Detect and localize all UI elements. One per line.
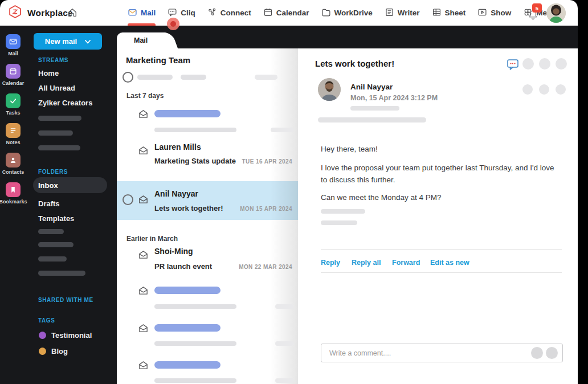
sidebar-item-all-unread[interactable]: All Unread bbox=[38, 84, 75, 92]
mail-app-icon bbox=[6, 34, 21, 49]
rail-label: Tasks bbox=[6, 110, 21, 116]
sidebar-item-inbox[interactable]: Inbox bbox=[33, 177, 107, 193]
comment-bubble-icon[interactable] bbox=[507, 58, 519, 73]
list-title: Marketing Team bbox=[126, 55, 190, 65]
sidebar-item-drafts[interactable]: Drafts bbox=[38, 199, 60, 208]
home-icon[interactable] bbox=[67, 7, 77, 20]
placeholder-bar bbox=[38, 242, 74, 247]
placeholder-bar bbox=[154, 361, 220, 369]
nav-label: Show bbox=[491, 9, 511, 17]
placeholder-bar bbox=[275, 341, 294, 346]
comment-action-button[interactable] bbox=[546, 347, 558, 359]
rail-item-bookmarks[interactable]: Bookmarks bbox=[0, 182, 27, 205]
mail-sender: Lauren Mills bbox=[154, 142, 201, 152]
toolbar-action-button[interactable] bbox=[539, 58, 550, 70]
envelope-icon bbox=[138, 145, 149, 156]
envelope-icon bbox=[138, 360, 149, 371]
envelope-icon bbox=[138, 109, 149, 120]
content-card: Marketing Team Last 7 days Lauren Mills bbox=[117, 48, 578, 384]
rail-label: Calendar bbox=[2, 80, 24, 86]
header-action-button[interactable] bbox=[556, 84, 566, 95]
nav-label: Calendar bbox=[276, 9, 309, 17]
workdrive-icon bbox=[321, 7, 331, 19]
placeholder-bar bbox=[318, 117, 426, 122]
calendar-icon bbox=[263, 7, 273, 19]
placeholder-bar bbox=[321, 209, 365, 214]
nav-label: WorkDrive bbox=[334, 9, 373, 17]
email-body-paragraph: I love the proposal your team put togeth… bbox=[321, 162, 556, 186]
nav-label: Cliq bbox=[181, 9, 195, 17]
toolbar-action-button[interactable] bbox=[556, 58, 567, 70]
app-window: Workplace Mail Cliq Connect bbox=[0, 0, 578, 384]
nav-show[interactable]: Show bbox=[477, 0, 511, 26]
rail-item-notes[interactable]: Notes bbox=[6, 123, 21, 145]
tag-blog[interactable]: Blog bbox=[39, 347, 68, 356]
placeholder-bar bbox=[275, 304, 294, 309]
sender-avatar bbox=[318, 78, 341, 101]
header-action-button[interactable] bbox=[539, 84, 549, 95]
placeholder-bar bbox=[154, 110, 220, 117]
reply-all-link[interactable]: Reply all bbox=[352, 259, 381, 267]
rail-item-mail[interactable]: Mail bbox=[6, 34, 21, 56]
tab-mail[interactable]: Mail bbox=[117, 32, 166, 48]
group-label-last-7-days: Last 7 days bbox=[126, 92, 164, 100]
comment-box bbox=[321, 344, 563, 362]
header-action-button[interactable] bbox=[522, 84, 533, 95]
cliq-icon bbox=[168, 7, 177, 19]
new-mail-label: New mail bbox=[45, 37, 77, 46]
edit-as-new-link[interactable]: Edit as new bbox=[430, 259, 469, 267]
nav-writer[interactable]: Writer bbox=[385, 0, 420, 26]
folders-section-label: FOLDERS bbox=[38, 169, 68, 175]
forward-link[interactable]: Forward bbox=[392, 259, 420, 267]
nav-label: Mail bbox=[141, 9, 156, 17]
email-subject: Lets work together! bbox=[315, 59, 394, 68]
reply-link[interactable]: Reply bbox=[321, 259, 340, 267]
email-body-paragraph: Can we meet the Monday at 4 PM? bbox=[321, 192, 442, 204]
tag-testimonial[interactable]: Testimonial bbox=[39, 331, 92, 340]
placeholder-bar bbox=[38, 130, 73, 136]
rail-label: Mail bbox=[8, 51, 18, 56]
mail-icon bbox=[128, 7, 137, 19]
nav-mail[interactable]: Mail bbox=[128, 0, 156, 26]
sidebar-item-zylker-creators[interactable]: Zylker Creators bbox=[38, 99, 92, 107]
email-body-paragraph: Hey there, team! bbox=[321, 144, 378, 156]
placeholder-bar bbox=[154, 304, 236, 309]
comment-input[interactable] bbox=[321, 344, 562, 362]
mail-sender: Shoi-Ming bbox=[154, 247, 193, 256]
placeholder-bar bbox=[181, 75, 206, 80]
sheet-icon bbox=[432, 7, 442, 19]
tags-section-label: TAGS bbox=[38, 317, 55, 324]
placeholder-bar bbox=[275, 378, 294, 383]
rail-item-contacts[interactable]: Contacts bbox=[2, 153, 24, 175]
select-all-checkbox[interactable] bbox=[122, 72, 133, 83]
brand[interactable]: Workplace bbox=[8, 0, 73, 26]
tag-label: Testimonial bbox=[51, 331, 92, 340]
rail-item-calendar[interactable]: Calendar bbox=[2, 64, 24, 86]
user-avatar[interactable] bbox=[546, 3, 566, 23]
placeholder-bar bbox=[271, 128, 293, 132]
writer-icon bbox=[385, 7, 394, 19]
show-icon bbox=[477, 7, 487, 19]
mail-list: Marketing Team Last 7 days Lauren Mills bbox=[117, 48, 298, 384]
rail-item-tasks[interactable]: Tasks bbox=[6, 93, 21, 116]
sidebar-item-templates[interactable]: Templates bbox=[38, 214, 74, 223]
mail-date: TUE 16 APR 2024 bbox=[242, 158, 292, 165]
mail-sidebar: New mail STREAMS Home All Unread Zylker … bbox=[26, 26, 117, 384]
toolbar-action-button[interactable] bbox=[522, 58, 534, 70]
select-checkbox[interactable] bbox=[122, 194, 133, 205]
mail-item-anil-nayyar-selected[interactable]: Anil Nayyar Lets work together! MON 15 A… bbox=[117, 181, 298, 220]
nav-connect[interactable]: Connect bbox=[207, 0, 251, 26]
placeholder-bar bbox=[154, 324, 220, 332]
placeholder-bar bbox=[350, 106, 399, 111]
active-tab-underline bbox=[128, 23, 156, 26]
nav-workdrive[interactable]: WorkDrive bbox=[321, 0, 373, 26]
nav-sheet[interactable]: Sheet bbox=[432, 0, 466, 26]
reading-pane: Lets work together! Anil Nayyar Mon, 15 … bbox=[298, 48, 578, 384]
sidebar-item-home[interactable]: Home bbox=[38, 69, 59, 77]
envelope-icon bbox=[138, 285, 149, 296]
nav-calendar[interactable]: Calendar bbox=[263, 0, 309, 26]
placeholder-bar bbox=[38, 145, 80, 150]
new-mail-button[interactable]: New mail bbox=[34, 33, 102, 50]
comment-action-button[interactable] bbox=[531, 347, 543, 359]
notifications-button[interactable]: 5 bbox=[528, 6, 542, 22]
